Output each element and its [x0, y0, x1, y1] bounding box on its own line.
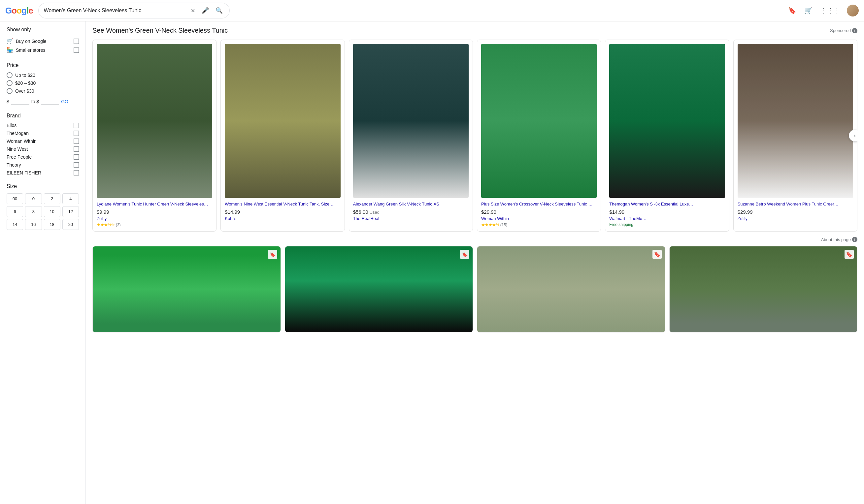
brand-ellos[interactable]: Ellos — [7, 123, 79, 128]
search-input[interactable] — [44, 8, 187, 13]
price-go-button[interactable]: GO — [61, 99, 68, 104]
product-card-5[interactable]: Themogan Women's S~3x Essential Luxe… $1… — [605, 40, 729, 232]
smaller-stores-checkbox[interactable] — [74, 48, 79, 53]
brand-checkbox-woman-within[interactable] — [74, 138, 79, 144]
bookmark-icon-1[interactable]: 🔖 — [268, 250, 277, 259]
product-card-2-2[interactable]: 🔖 — [285, 246, 473, 332]
size-section: Size 00 0 2 4 6 8 10 12 14 16 18 20 — [7, 183, 79, 230]
price-section: Price Up to $20 $20 – $30 Over $30 $ — [7, 62, 79, 105]
smaller-stores-label: Smaller stores — [16, 48, 45, 53]
brand-section: Brand Ellos TheMogan Woman Within Nine W… — [7, 113, 79, 175]
price-radio-3[interactable] — [7, 88, 13, 94]
product-title-6: Suzanne Betro Weekend Women Plus Tunic G… — [737, 201, 853, 207]
brand-woman-within[interactable]: Woman Within — [7, 138, 79, 144]
header-right: 🔖 🛒 ⋮⋮⋮ — [787, 4, 859, 16]
brand-title: Brand — [7, 113, 79, 119]
bookmark-icon-3[interactable]: 🔖 — [652, 250, 662, 259]
product-title-4: Plus Size Women's Crossover V-Neck Sleev… — [481, 201, 597, 207]
brand-free-people[interactable]: Free People — [7, 155, 79, 160]
size-10[interactable]: 10 — [44, 206, 60, 217]
buy-google-checkbox[interactable] — [74, 39, 79, 44]
brand-themogan[interactable]: TheMogan — [7, 131, 79, 136]
price-to-input[interactable] — [41, 98, 59, 105]
size-00[interactable]: 00 — [7, 193, 23, 204]
show-only-smaller-stores[interactable]: 🏪 Smaller stores — [7, 46, 79, 54]
price-radio-1[interactable] — [7, 72, 13, 78]
brand-checkbox-ellos[interactable] — [74, 123, 79, 128]
about-info-icon[interactable]: i — [852, 237, 857, 242]
about-row: About this page i — [93, 237, 857, 242]
buy-google-icon: 🛒 — [7, 38, 13, 44]
price-radio-2[interactable] — [7, 80, 13, 86]
product-store-5: Walmart - TheMo… — [609, 216, 725, 221]
product-card-2[interactable]: Women's Nine West Essential V-Neck Tunic… — [220, 40, 345, 232]
price-to-label: to $ — [31, 99, 39, 104]
brand-checkbox-free-people[interactable] — [74, 155, 79, 160]
product-card-2-1[interactable]: 🔖 — [93, 246, 281, 332]
product-image-2-1: 🔖 — [93, 246, 280, 332]
about-label: About this page i — [821, 237, 857, 242]
bookmark-icon-2[interactable]: 🔖 — [460, 250, 469, 259]
product-card-2-4[interactable]: 🔖 — [669, 246, 858, 332]
clear-button[interactable]: ✕ — [190, 6, 196, 15]
product-card-4[interactable]: Plus Size Women's Crossover V-Neck Sleev… — [477, 40, 601, 232]
brand-checkbox-themogan[interactable] — [74, 131, 79, 136]
size-16[interactable]: 16 — [25, 219, 41, 230]
size-grid: 00 0 2 4 6 8 10 12 14 16 18 20 — [7, 193, 79, 230]
content-header: See Women's Green V-Neck Sleeveless Tuni… — [93, 27, 857, 34]
price-from-input[interactable] — [11, 98, 29, 105]
brand-nine-west[interactable]: Nine West — [7, 146, 79, 152]
price-up-to-20[interactable]: Up to $20 — [7, 72, 79, 78]
size-0[interactable]: 0 — [25, 193, 41, 204]
size-14[interactable]: 14 — [7, 219, 23, 230]
product-image-2-2: 🔖 — [285, 246, 473, 332]
product-image-3 — [353, 44, 469, 198]
brand-eileen-fisher[interactable]: EILEEN FISHER — [7, 170, 79, 175]
products-row-2: 🔖 🔖 🔖 🔖 — [93, 246, 857, 332]
size-2[interactable]: 2 — [44, 193, 60, 204]
price-20-30[interactable]: $20 – $30 — [7, 80, 79, 86]
size-18[interactable]: 18 — [44, 219, 60, 230]
sponsored-info-icon[interactable]: i — [852, 28, 857, 33]
show-only-buy-google[interactable]: 🛒 Buy on Google — [7, 37, 79, 46]
cart-icon[interactable]: 🛒 — [803, 5, 814, 16]
price-from-dollar: $ — [7, 99, 9, 104]
product-card-3[interactable]: Alexander Wang Green Silk V-Neck Tunic X… — [349, 40, 473, 232]
size-8[interactable]: 8 — [25, 206, 41, 217]
brand-label-eileen-fisher: EILEEN FISHER — [7, 170, 41, 175]
brand-label-woman-within: Woman Within — [7, 138, 37, 144]
product-price-1: $9.99 — [97, 209, 212, 215]
saved-icon[interactable]: 🔖 — [787, 5, 798, 16]
product-store-3: The RealReal — [353, 216, 469, 221]
price-title: Price — [7, 62, 79, 68]
show-only-section: Show only 🛒 Buy on Google 🏪 Smaller stor… — [7, 27, 79, 54]
avatar[interactable] — [847, 4, 859, 16]
main-layout: Show only 🛒 Buy on Google 🏪 Smaller stor… — [0, 22, 864, 504]
brand-checkbox-eileen-fisher[interactable] — [74, 170, 79, 175]
product-stars-1: ★★★½☆ (3) — [97, 222, 212, 227]
size-12[interactable]: 12 — [62, 206, 79, 217]
voice-search-button[interactable]: 🎤 — [200, 5, 210, 15]
product-image-2-3: 🔖 — [477, 246, 665, 332]
product-card-6[interactable]: Suzanne Betro Weekend Women Plus Tunic G… — [733, 40, 857, 232]
content: See Women's Green V-Neck Sleeveless Tuni… — [86, 22, 864, 504]
apps-icon[interactable]: ⋮⋮⋮ — [819, 5, 842, 16]
bookmark-icon-4[interactable]: 🔖 — [844, 250, 854, 259]
product-card-1[interactable]: Lydiane Women's Tunic Hunter Green V-Nec… — [93, 40, 216, 232]
size-title: Size — [7, 183, 79, 189]
product-image-6 — [737, 44, 853, 198]
brand-checkbox-nine-west[interactable] — [74, 146, 79, 152]
buy-google-label: Buy on Google — [16, 39, 47, 44]
review-count-4: (15) — [500, 223, 507, 227]
product-shipping-5: Free shipping — [609, 222, 725, 227]
brand-theory[interactable]: Theory — [7, 162, 79, 168]
product-image-2-4: 🔖 — [670, 246, 857, 332]
brand-checkbox-theory[interactable] — [74, 162, 79, 168]
search-button[interactable]: 🔍 — [214, 5, 224, 15]
product-card-2-3[interactable]: 🔖 — [477, 246, 665, 332]
size-6[interactable]: 6 — [7, 206, 23, 217]
brand-label-free-people: Free People — [7, 155, 32, 160]
price-over-30[interactable]: Over $30 — [7, 88, 79, 94]
size-20[interactable]: 20 — [62, 219, 79, 230]
size-4[interactable]: 4 — [62, 193, 79, 204]
